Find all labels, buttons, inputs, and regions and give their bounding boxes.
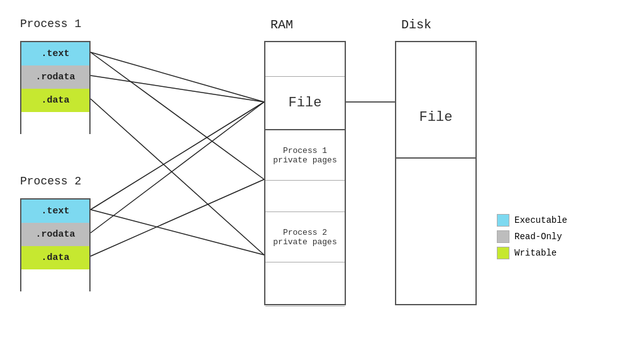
p2-data-to-ram-p1private <box>91 179 264 256</box>
diagram-container: Process 1 .text .rodata .data Process 2 … <box>0 0 644 338</box>
p1-text-to-ram-p1private <box>91 52 264 179</box>
ram-top-empty <box>265 42 345 77</box>
p2-text-segment: .text <box>21 200 89 223</box>
disk-bottom-empty <box>396 159 475 307</box>
p1-data-to-ram-p2private <box>91 99 264 255</box>
p2-rodata-to-ram-file <box>91 102 264 233</box>
ram-file-section: File <box>265 77 345 130</box>
legend-writable: Writable <box>497 247 567 259</box>
disk-box: File <box>395 41 477 305</box>
disk-label: Disk <box>401 18 431 32</box>
p1-rodata-to-ram-file <box>91 76 264 102</box>
disk-top-empty <box>396 42 475 77</box>
legend: Executable Read-Only Writable <box>497 214 567 263</box>
legend-executable-label: Executable <box>514 215 567 225</box>
p2-empty-segment <box>21 269 89 293</box>
process2-label: Process 2 <box>20 175 81 188</box>
p2-rodata-segment: .rodata <box>21 223 89 246</box>
executable-color-swatch <box>497 214 509 227</box>
p1-data-segment: .data <box>21 89 89 112</box>
legend-executable: Executable <box>497 214 567 227</box>
p2-text-to-ram-p2private <box>91 210 264 255</box>
process1-box: .text .rodata .data <box>20 41 91 134</box>
ram-label: RAM <box>270 18 293 32</box>
p1-text-segment: .text <box>21 42 89 65</box>
process1-label: Process 1 <box>20 18 81 30</box>
ram-box: File Process 1 private pages Process 2 p… <box>264 41 346 305</box>
ram-bottom-empty <box>265 262 345 307</box>
legend-writable-label: Writable <box>514 248 557 258</box>
writable-color-swatch <box>497 247 509 259</box>
readonly-color-swatch <box>497 230 509 243</box>
p2-data-segment: .data <box>21 246 89 269</box>
legend-readonly-label: Read-Only <box>514 232 562 242</box>
p2-text-to-ram-file <box>91 102 264 210</box>
process2-box: .text .rodata .data <box>20 198 91 291</box>
p1-empty-segment <box>21 112 89 135</box>
legend-readonly: Read-Only <box>497 230 567 243</box>
disk-file-section: File <box>396 77 475 159</box>
ram-p1-private: Process 1 private pages <box>265 130 345 181</box>
p1-rodata-segment: .rodata <box>21 65 89 89</box>
p1-text-to-ram-file <box>91 52 264 102</box>
ram-mid-empty <box>265 181 345 212</box>
ram-p2-private: Process 2 private pages <box>265 212 345 262</box>
